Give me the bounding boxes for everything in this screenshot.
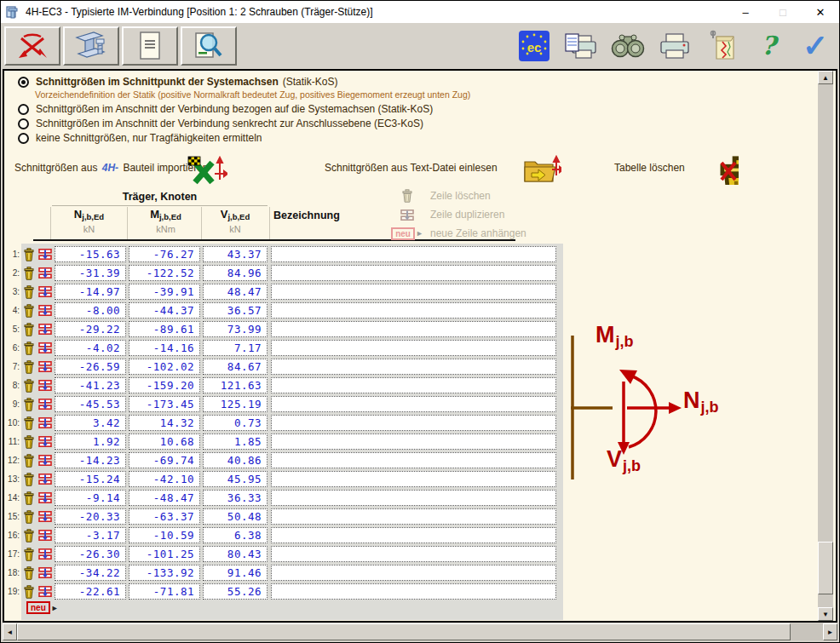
m-value-cell[interactable]: -89.61 bbox=[129, 321, 200, 337]
close-button[interactable]: ✕ bbox=[802, 2, 839, 23]
scroll-left-button[interactable]: ◄ bbox=[3, 623, 17, 640]
minimize-button[interactable]: – bbox=[727, 2, 764, 23]
n-value-cell[interactable]: -31.39 bbox=[55, 265, 126, 281]
v-value-cell[interactable]: 40.86 bbox=[203, 452, 268, 468]
n-value-cell[interactable]: -4.02 bbox=[55, 340, 126, 356]
bezeichnung-cell[interactable] bbox=[271, 583, 556, 600]
v-value-cell[interactable]: 121.63 bbox=[203, 377, 268, 393]
n-value-cell[interactable]: -45.53 bbox=[55, 396, 126, 412]
bezeichnung-cell[interactable] bbox=[271, 377, 556, 393]
maximize-button[interactable]: □ bbox=[764, 2, 802, 23]
delete-row-button[interactable] bbox=[23, 304, 35, 318]
delete-row-button[interactable] bbox=[23, 416, 35, 430]
bezeichnung-cell[interactable] bbox=[271, 546, 556, 562]
delete-row-button[interactable] bbox=[23, 285, 35, 299]
duplicate-row-button[interactable] bbox=[37, 586, 52, 597]
delete-row-button[interactable] bbox=[23, 342, 35, 355]
delete-row-button[interactable] bbox=[23, 360, 35, 374]
n-value-cell[interactable]: -41.23 bbox=[55, 377, 126, 393]
duplicate-row-button[interactable] bbox=[37, 455, 52, 466]
delete-row-button[interactable] bbox=[23, 529, 35, 543]
scroll-up-button[interactable]: ▲ bbox=[818, 71, 833, 84]
n-value-cell[interactable]: -20.33 bbox=[55, 508, 126, 525]
delete-row-button[interactable] bbox=[23, 379, 35, 393]
duplicate-row-button[interactable] bbox=[37, 511, 52, 522]
n-value-cell[interactable]: -14.23 bbox=[55, 452, 126, 468]
bezeichnung-cell[interactable] bbox=[271, 527, 556, 543]
horizontal-scrollbar-track[interactable] bbox=[791, 623, 823, 640]
bezeichnung-cell[interactable] bbox=[271, 452, 556, 468]
scroll-down-button[interactable]: ▼ bbox=[818, 607, 833, 621]
delete-row-button[interactable] bbox=[23, 548, 35, 561]
duplicate-row-button[interactable] bbox=[37, 249, 52, 260]
m-value-cell[interactable]: -42.10 bbox=[129, 471, 200, 487]
m-value-cell[interactable]: -14.16 bbox=[129, 340, 200, 356]
bezeichnung-cell[interactable] bbox=[271, 433, 556, 450]
m-value-cell[interactable]: -173.45 bbox=[129, 396, 200, 412]
bezeichnung-cell[interactable] bbox=[271, 471, 556, 487]
delete-row-button[interactable] bbox=[23, 323, 35, 336]
v-value-cell[interactable]: 50.48 bbox=[203, 508, 268, 525]
v-value-cell[interactable]: 1.85 bbox=[203, 433, 268, 450]
print-button[interactable] bbox=[658, 29, 692, 63]
print-preview-button[interactable] bbox=[564, 29, 598, 63]
bezeichnung-cell[interactable] bbox=[271, 565, 556, 581]
n-value-cell[interactable]: -9.14 bbox=[55, 490, 126, 506]
m-value-cell[interactable]: -39.91 bbox=[129, 284, 200, 300]
n-value-cell[interactable]: -26.30 bbox=[55, 546, 126, 562]
v-value-cell[interactable]: 0.73 bbox=[203, 415, 268, 431]
duplicate-row-button[interactable] bbox=[37, 286, 52, 297]
v-value-cell[interactable]: 6.38 bbox=[203, 527, 268, 543]
help-button[interactable]: ? bbox=[751, 29, 785, 63]
eurocode-button[interactable]: ec bbox=[517, 29, 551, 63]
duplicate-row-button[interactable] bbox=[37, 305, 52, 316]
duplicate-row-button[interactable] bbox=[37, 530, 52, 541]
v-value-cell[interactable]: 48.47 bbox=[203, 284, 268, 300]
m-value-cell[interactable]: 10.68 bbox=[129, 433, 200, 450]
v-value-cell[interactable]: 80.43 bbox=[203, 546, 268, 562]
bezeichnung-cell[interactable] bbox=[271, 396, 556, 412]
delete-row-button[interactable] bbox=[23, 454, 35, 468]
v-value-cell[interactable]: 43.37 bbox=[203, 246, 268, 262]
delete-row-button[interactable] bbox=[23, 398, 35, 411]
duplicate-row-button[interactable] bbox=[37, 380, 52, 391]
delete-row-button[interactable] bbox=[23, 510, 35, 524]
duplicate-row-button[interactable] bbox=[37, 492, 52, 503]
delete-row-button[interactable] bbox=[23, 473, 35, 486]
duplicate-row-button[interactable] bbox=[37, 436, 52, 447]
delete-row-button[interactable] bbox=[23, 267, 35, 280]
bezeichnung-cell[interactable] bbox=[271, 359, 556, 375]
delete-row-button[interactable] bbox=[23, 566, 35, 580]
v-value-cell[interactable]: 55.26 bbox=[203, 583, 268, 600]
bezeichnung-cell[interactable] bbox=[271, 246, 556, 262]
confirm-button[interactable]: ✓ bbox=[798, 29, 832, 63]
m-value-cell[interactable]: -69.74 bbox=[129, 452, 200, 468]
duplicate-row-button[interactable] bbox=[37, 267, 52, 278]
n-value-cell[interactable]: -14.97 bbox=[55, 284, 126, 300]
scroll-right-button[interactable]: ► bbox=[823, 623, 837, 640]
delete-row-button[interactable] bbox=[23, 435, 35, 449]
delete-row-button[interactable] bbox=[23, 585, 35, 599]
protocol-button[interactable] bbox=[705, 29, 739, 63]
m-value-cell[interactable]: -101.25 bbox=[129, 546, 200, 562]
tab-internal-forces[interactable] bbox=[4, 26, 60, 66]
bezeichnung-cell[interactable] bbox=[271, 508, 556, 525]
bezeichnung-cell[interactable] bbox=[271, 490, 556, 506]
n-value-cell[interactable]: -26.59 bbox=[55, 359, 126, 375]
duplicate-row-button[interactable] bbox=[37, 567, 52, 578]
append-row-button[interactable]: neu ► bbox=[26, 601, 59, 614]
tab-document[interactable] bbox=[122, 26, 178, 66]
m-value-cell[interactable]: -133.92 bbox=[129, 565, 200, 581]
v-value-cell[interactable]: 36.57 bbox=[203, 302, 268, 319]
bezeichnung-cell[interactable] bbox=[271, 340, 556, 356]
search-button[interactable] bbox=[611, 29, 645, 63]
n-value-cell[interactable]: -15.24 bbox=[55, 471, 126, 487]
v-value-cell[interactable]: 36.33 bbox=[203, 490, 268, 506]
m-value-cell[interactable]: -122.52 bbox=[129, 265, 200, 281]
m-value-cell[interactable]: -71.81 bbox=[129, 583, 200, 600]
bezeichnung-cell[interactable] bbox=[271, 284, 556, 300]
n-value-cell[interactable]: -29.22 bbox=[55, 321, 126, 337]
m-value-cell[interactable]: -44.37 bbox=[129, 302, 200, 319]
n-value-cell[interactable]: -15.63 bbox=[55, 246, 126, 262]
v-value-cell[interactable]: 45.95 bbox=[203, 471, 268, 487]
